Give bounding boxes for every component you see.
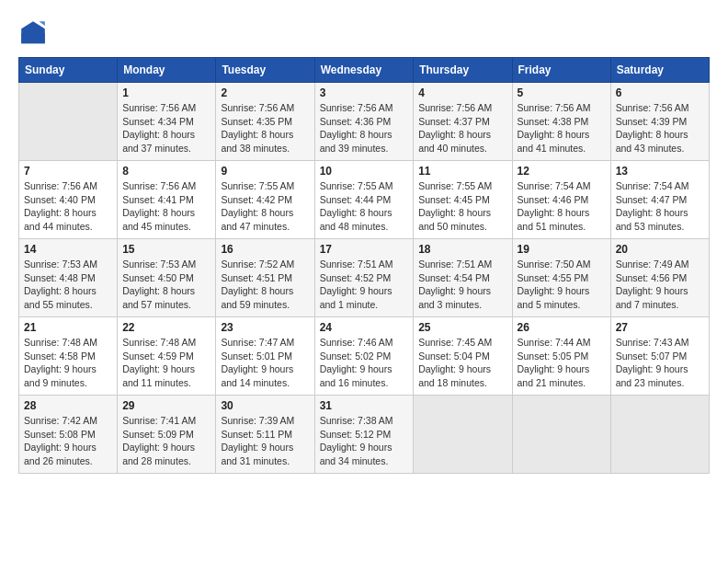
day-info: Sunrise: 7:56 AM Sunset: 4:39 PM Dayligh… xyxy=(616,101,704,155)
svg-marker-1 xyxy=(39,21,44,26)
calendar-cell: 27Sunrise: 7:43 AM Sunset: 5:07 PM Dayli… xyxy=(610,317,709,396)
day-number: 6 xyxy=(616,86,704,99)
calendar-cell: 29Sunrise: 7:41 AM Sunset: 5:09 PM Dayli… xyxy=(118,396,216,474)
day-info: Sunrise: 7:46 AM Sunset: 5:02 PM Dayligh… xyxy=(320,336,409,390)
calendar-cell: 5Sunrise: 7:56 AM Sunset: 4:38 PM Daylig… xyxy=(512,83,610,161)
day-number: 18 xyxy=(418,243,506,256)
day-number: 9 xyxy=(221,165,309,178)
calendar-cell: 10Sunrise: 7:55 AM Sunset: 4:44 PM Dayli… xyxy=(314,161,414,239)
day-number: 13 xyxy=(616,165,704,178)
day-info: Sunrise: 7:54 AM Sunset: 4:47 PM Dayligh… xyxy=(616,179,704,234)
day-number: 24 xyxy=(320,321,409,334)
day-info: Sunrise: 7:44 AM Sunset: 5:05 PM Dayligh… xyxy=(518,336,606,390)
day-info: Sunrise: 7:45 AM Sunset: 5:04 PM Dayligh… xyxy=(418,336,506,390)
calendar-cell: 18Sunrise: 7:51 AM Sunset: 4:54 PM Dayli… xyxy=(414,239,512,317)
day-number: 22 xyxy=(122,321,210,334)
calendar-cell: 20Sunrise: 7:49 AM Sunset: 4:56 PM Dayli… xyxy=(610,239,709,317)
calendar-cell: 23Sunrise: 7:47 AM Sunset: 5:01 PM Dayli… xyxy=(216,317,314,396)
day-number: 8 xyxy=(122,165,210,178)
calendar-cell: 13Sunrise: 7:54 AM Sunset: 4:47 PM Dayli… xyxy=(610,161,709,239)
calendar-cell: 15Sunrise: 7:53 AM Sunset: 4:50 PM Dayli… xyxy=(118,239,216,317)
calendar-cell: 28Sunrise: 7:42 AM Sunset: 5:08 PM Dayli… xyxy=(19,396,118,474)
day-number: 30 xyxy=(221,399,309,412)
day-info: Sunrise: 7:55 AM Sunset: 4:42 PM Dayligh… xyxy=(221,179,309,234)
day-info: Sunrise: 7:53 AM Sunset: 4:50 PM Dayligh… xyxy=(122,258,210,312)
day-number: 25 xyxy=(418,321,506,334)
day-info: Sunrise: 7:56 AM Sunset: 4:40 PM Dayligh… xyxy=(24,179,112,234)
calendar-cell xyxy=(414,396,512,474)
day-number: 20 xyxy=(616,243,704,256)
calendar-week-2: 7Sunrise: 7:56 AM Sunset: 4:40 PM Daylig… xyxy=(19,161,710,239)
weekday-header-saturday: Saturday xyxy=(610,58,709,83)
day-number: 3 xyxy=(320,86,409,99)
day-info: Sunrise: 7:38 AM Sunset: 5:12 PM Dayligh… xyxy=(320,414,409,468)
day-info: Sunrise: 7:51 AM Sunset: 4:54 PM Dayligh… xyxy=(418,258,506,312)
day-info: Sunrise: 7:56 AM Sunset: 4:34 PM Dayligh… xyxy=(122,101,210,155)
calendar-cell: 2Sunrise: 7:56 AM Sunset: 4:35 PM Daylig… xyxy=(216,83,314,161)
calendar-cell: 3Sunrise: 7:56 AM Sunset: 4:36 PM Daylig… xyxy=(314,83,414,161)
calendar-cell: 14Sunrise: 7:53 AM Sunset: 4:48 PM Dayli… xyxy=(19,239,118,317)
day-info: Sunrise: 7:54 AM Sunset: 4:46 PM Dayligh… xyxy=(518,179,606,234)
day-info: Sunrise: 7:56 AM Sunset: 4:38 PM Dayligh… xyxy=(518,101,606,155)
day-info: Sunrise: 7:41 AM Sunset: 5:09 PM Dayligh… xyxy=(122,414,210,468)
calendar-cell: 16Sunrise: 7:52 AM Sunset: 4:51 PM Dayli… xyxy=(216,239,314,317)
calendar-week-3: 14Sunrise: 7:53 AM Sunset: 4:48 PM Dayli… xyxy=(19,239,710,317)
calendar-cell: 7Sunrise: 7:56 AM Sunset: 4:40 PM Daylig… xyxy=(19,161,118,239)
weekday-header-tuesday: Tuesday xyxy=(216,58,314,83)
calendar-cell: 17Sunrise: 7:51 AM Sunset: 4:52 PM Dayli… xyxy=(314,239,414,317)
day-number: 5 xyxy=(518,86,606,99)
day-number: 7 xyxy=(24,165,112,178)
day-info: Sunrise: 7:51 AM Sunset: 4:52 PM Dayligh… xyxy=(320,258,409,312)
calendar-table: SundayMondayTuesdayWednesdayThursdayFrid… xyxy=(18,57,710,474)
calendar-cell: 24Sunrise: 7:46 AM Sunset: 5:02 PM Dayli… xyxy=(314,317,414,396)
day-number: 12 xyxy=(518,165,606,178)
weekday-header-friday: Friday xyxy=(512,58,610,83)
calendar-week-1: 1Sunrise: 7:56 AM Sunset: 4:34 PM Daylig… xyxy=(19,83,710,161)
logo-icon xyxy=(18,18,48,48)
day-info: Sunrise: 7:42 AM Sunset: 5:08 PM Dayligh… xyxy=(24,414,112,468)
day-info: Sunrise: 7:53 AM Sunset: 4:48 PM Dayligh… xyxy=(24,258,112,312)
calendar-cell: 12Sunrise: 7:54 AM Sunset: 4:46 PM Dayli… xyxy=(512,161,610,239)
day-info: Sunrise: 7:55 AM Sunset: 4:44 PM Dayligh… xyxy=(320,179,409,234)
calendar-cell: 1Sunrise: 7:56 AM Sunset: 4:34 PM Daylig… xyxy=(118,83,216,161)
day-info: Sunrise: 7:49 AM Sunset: 4:56 PM Dayligh… xyxy=(616,258,704,312)
calendar-cell: 22Sunrise: 7:48 AM Sunset: 4:59 PM Dayli… xyxy=(118,317,216,396)
weekday-header-row: SundayMondayTuesdayWednesdayThursdayFrid… xyxy=(19,58,710,83)
day-number: 2 xyxy=(221,86,309,99)
calendar-cell xyxy=(512,396,610,474)
calendar-cell: 19Sunrise: 7:50 AM Sunset: 4:55 PM Dayli… xyxy=(512,239,610,317)
calendar-cell xyxy=(19,83,118,161)
calendar-cell: 21Sunrise: 7:48 AM Sunset: 4:58 PM Dayli… xyxy=(19,317,118,396)
weekday-header-thursday: Thursday xyxy=(414,58,512,83)
day-info: Sunrise: 7:56 AM Sunset: 4:41 PM Dayligh… xyxy=(122,179,210,234)
day-info: Sunrise: 7:43 AM Sunset: 5:07 PM Dayligh… xyxy=(616,336,704,390)
day-info: Sunrise: 7:56 AM Sunset: 4:36 PM Dayligh… xyxy=(320,101,409,155)
day-number: 11 xyxy=(418,165,506,178)
weekday-header-sunday: Sunday xyxy=(19,58,118,83)
day-number: 19 xyxy=(518,243,606,256)
calendar-cell: 31Sunrise: 7:38 AM Sunset: 5:12 PM Dayli… xyxy=(314,396,414,474)
day-number: 4 xyxy=(418,86,506,99)
calendar-cell: 11Sunrise: 7:55 AM Sunset: 4:45 PM Dayli… xyxy=(414,161,512,239)
day-number: 23 xyxy=(221,321,309,334)
calendar-week-4: 21Sunrise: 7:48 AM Sunset: 4:58 PM Dayli… xyxy=(19,317,710,396)
calendar-cell: 8Sunrise: 7:56 AM Sunset: 4:41 PM Daylig… xyxy=(118,161,216,239)
day-info: Sunrise: 7:48 AM Sunset: 4:59 PM Dayligh… xyxy=(122,336,210,390)
logo xyxy=(18,18,51,48)
day-number: 21 xyxy=(24,321,112,334)
day-number: 26 xyxy=(518,321,606,334)
page-header xyxy=(18,18,710,48)
weekday-header-wednesday: Wednesday xyxy=(314,58,414,83)
calendar-cell: 26Sunrise: 7:44 AM Sunset: 5:05 PM Dayli… xyxy=(512,317,610,396)
day-number: 29 xyxy=(122,399,210,412)
day-info: Sunrise: 7:47 AM Sunset: 5:01 PM Dayligh… xyxy=(221,336,309,390)
day-number: 15 xyxy=(122,243,210,256)
day-info: Sunrise: 7:39 AM Sunset: 5:11 PM Dayligh… xyxy=(221,414,309,468)
svg-rect-2 xyxy=(21,33,45,43)
day-info: Sunrise: 7:52 AM Sunset: 4:51 PM Dayligh… xyxy=(221,258,309,312)
day-number: 1 xyxy=(122,86,210,99)
calendar-cell: 30Sunrise: 7:39 AM Sunset: 5:11 PM Dayli… xyxy=(216,396,314,474)
day-info: Sunrise: 7:55 AM Sunset: 4:45 PM Dayligh… xyxy=(418,179,506,234)
day-number: 28 xyxy=(24,399,112,412)
calendar-cell: 4Sunrise: 7:56 AM Sunset: 4:37 PM Daylig… xyxy=(414,83,512,161)
